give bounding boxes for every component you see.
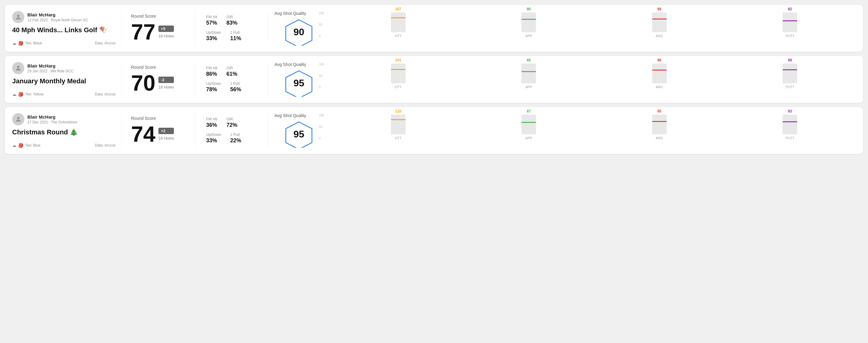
bar-value-app: 86: [527, 58, 531, 62]
bar-group-ott: 110 OTT: [337, 109, 459, 140]
updown-value: 78%: [206, 86, 221, 93]
divider-3: [268, 11, 269, 45]
oneputt-label: 1 Putt: [230, 82, 241, 86]
bar-chart: 107 OTT 95 APP: [337, 11, 851, 45]
bar-group-arg: 95 ARG: [598, 109, 720, 140]
round-card-1[interactable]: Blair McHarg 12 Feb 2022 · Royal North D…: [5, 5, 863, 52]
quality-label: Avg Shot Quality: [275, 62, 306, 67]
chart-y-labels: 100 50 0: [319, 11, 324, 38]
stats-row-2: Up/Down 33% 1 Putt 22%: [206, 132, 257, 144]
chart-section: 100 50 0 110 OTT 87: [323, 113, 856, 148]
bar-group-putt: 99 PUTT: [729, 58, 851, 89]
gir-label: GIR: [226, 117, 238, 121]
bar-label-arg: ARG: [656, 136, 663, 140]
bar-label-putt: PUTT: [785, 85, 795, 89]
bar-bg-arg: [652, 115, 667, 134]
hexagon-container: 90: [284, 18, 314, 45]
y-label-50: 50: [319, 23, 324, 27]
score-section: Round Score 74 +2 18 Holes: [128, 113, 189, 148]
bar-group-arg: 96 ARG: [598, 58, 720, 89]
user-name: Blair McHarg: [27, 63, 73, 68]
oneputt-value: 22%: [230, 137, 241, 144]
round-title: 40 Mph Winds... Links Golf 🪁: [12, 26, 116, 34]
bar-bg-arg: [652, 64, 667, 83]
bar-value-arg: 96: [657, 58, 661, 62]
score-label: Round Score: [131, 65, 186, 70]
bar-line-arg: [652, 70, 667, 70]
oneputt-value: 56%: [230, 86, 241, 93]
bar-line-arg: [652, 121, 667, 122]
chart-section: 100 50 0 107 OTT 95: [323, 11, 856, 45]
svg-point-2: [17, 66, 20, 68]
score-badge-col: -2 18 Holes: [158, 76, 174, 89]
chart-wrapper: 100 50 0 110 OTT 87: [328, 114, 851, 147]
round-card-3[interactable]: Blair McHarg 27 Dec 2021 · The Oxfordshi…: [5, 107, 863, 154]
y-label-50: 50: [319, 74, 324, 77]
divider-1: [122, 113, 122, 148]
bar-chart: 110 OTT 87 APP: [337, 114, 851, 147]
hexagon-container: 95: [284, 69, 314, 97]
data-source: Data: Arccos: [95, 143, 116, 148]
stats-row-2: Up/Down 78% 1 Putt 56%: [206, 82, 257, 93]
y-label-100: 100: [319, 63, 324, 66]
holes-label: 18 Holes: [158, 34, 174, 38]
y-label-100: 100: [319, 114, 324, 117]
bar-bg-ott: [391, 115, 406, 134]
svg-point-0: [17, 14, 20, 17]
bar-bg-arg: [652, 12, 667, 32]
y-label-50: 50: [319, 125, 324, 129]
tee-label: Tee: Black: [25, 41, 42, 45]
bar-label-app: APP: [525, 136, 532, 140]
gir-stat: GIR 83%: [226, 15, 238, 26]
bar-label-putt: PUTT: [785, 34, 795, 38]
fw-hit-value: 86%: [206, 71, 217, 77]
bar-line-ott: [391, 69, 406, 70]
bar-value-arg: 95: [657, 109, 661, 114]
user-name: Blair McHarg: [27, 114, 77, 120]
updown-label: Up/Down: [206, 30, 221, 35]
score-badge: -2: [158, 76, 174, 83]
round-card-2[interactable]: Blair McHarg 29 Jan 2022 · Mill Ride GCC…: [5, 56, 863, 103]
bar-value-putt: 93: [788, 109, 792, 114]
fw-hit-label: FW Hit: [206, 66, 217, 70]
avatar: [12, 62, 24, 74]
bar-bg-app: [521, 115, 536, 134]
fw-hit-label: FW Hit: [206, 15, 217, 19]
bar-group-putt: 82 PUTT: [729, 7, 851, 38]
divider-3: [268, 113, 269, 148]
tee-label: Tee: Blue: [25, 143, 40, 148]
quality-section: Avg Shot Quality 95: [275, 62, 323, 97]
oneputt-value: 11%: [230, 35, 241, 42]
bag-icon: 🎒: [18, 92, 23, 97]
bar-bg-putt: [782, 12, 797, 32]
fw-hit-label: FW Hit: [206, 117, 217, 121]
bar-label-ott: OTT: [395, 34, 402, 38]
bar-line-app: [521, 122, 536, 123]
user-meta: 27 Dec 2021 · The Oxfordshire: [27, 120, 77, 124]
updown-stat: Up/Down 33%: [206, 30, 221, 42]
holes-label: 18 Holes: [158, 85, 174, 89]
y-label-100: 100: [319, 11, 324, 15]
tee-info: ☁ 🎒 Tee: Blue: [12, 143, 40, 148]
fw-hit-value: 57%: [206, 20, 217, 26]
divider-1: [122, 62, 122, 97]
gir-value: 83%: [226, 20, 238, 26]
quality-label: Avg Shot Quality: [275, 11, 306, 16]
score-row: 70 -2 18 Holes: [131, 72, 186, 94]
avatar: [12, 113, 24, 125]
bar-line-putt: [782, 20, 797, 21]
stats-row-2: Up/Down 33% 1 Putt 11%: [206, 30, 257, 42]
divider-2: [195, 113, 195, 148]
bar-group-arg: 98 ARG: [598, 7, 720, 38]
score-section: Round Score 77 +5 18 Holes: [128, 11, 189, 45]
bar-line-putt: [782, 69, 797, 70]
updown-value: 33%: [206, 35, 221, 42]
updown-stat: Up/Down 33%: [206, 132, 221, 144]
bar-chart: 101 OTT 86 APP: [337, 63, 851, 96]
bar-label-ott: OTT: [395, 136, 402, 140]
svg-point-4: [17, 117, 20, 119]
gir-stat: GIR 72%: [226, 117, 238, 128]
round-title: Christmas Round 🎄: [12, 128, 116, 136]
bar-label-arg: ARG: [656, 34, 663, 38]
hexagon-container: 95: [284, 120, 314, 148]
